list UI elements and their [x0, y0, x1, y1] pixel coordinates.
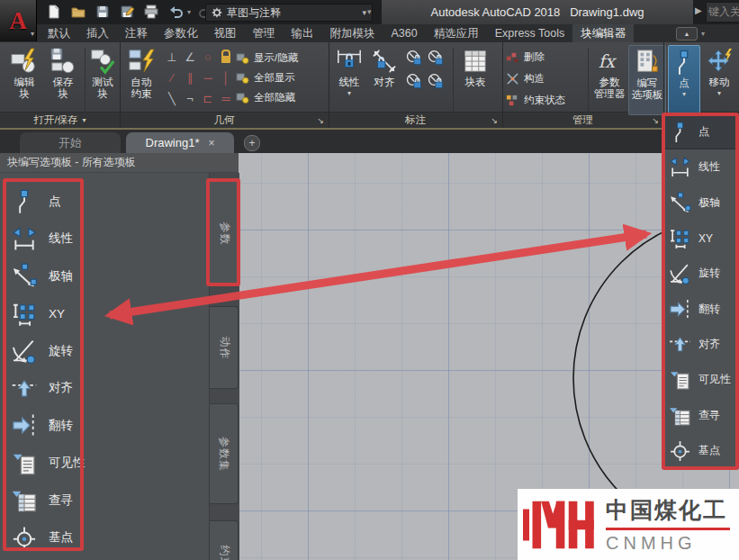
tab-add-ins[interactable]: 附加模块	[322, 24, 383, 42]
edit-block-button[interactable]: 编辑 块	[7, 45, 41, 113]
start-file-tab[interactable]: 开始	[20, 132, 121, 153]
symmetric-constraint-icon[interactable]: ¬	[181, 88, 199, 109]
tab-view[interactable]: 视图	[206, 24, 245, 42]
tab-default[interactable]: 默认	[40, 24, 78, 42]
constraint-status-button[interactable]: 约束状态	[506, 90, 565, 110]
tab-parametric[interactable]: 参数化	[156, 24, 206, 42]
plot-icon[interactable]	[142, 4, 160, 20]
workspace-switcher[interactable]: 草图与注释 ▾	[205, 4, 373, 22]
new-drawing-tab-button[interactable]: +	[244, 135, 260, 151]
drawing1-file-tab[interactable]: Drawing1* ×	[126, 132, 234, 153]
palette-item-point[interactable]: 点	[0, 183, 209, 221]
show-all-button[interactable]: 全部显示	[236, 68, 298, 87]
tab-manage[interactable]: 管理	[245, 24, 284, 42]
parallel-constraint-icon[interactable]: ∥	[181, 68, 199, 88]
right-palette-item-linear[interactable]: 线性	[664, 149, 739, 185]
horizontal-constraint-icon[interactable]: ─	[199, 68, 217, 88]
block-authoring-palette: 点 线性 极轴 XY 旋转	[0, 173, 209, 560]
right-palette-item-xy[interactable]: XY	[664, 221, 739, 256]
close-tab-icon[interactable]: ×	[208, 137, 214, 149]
concentric-constraint-icon[interactable]: ○	[199, 47, 217, 68]
undo-dropdown-icon[interactable]: ▾	[187, 8, 191, 16]
right-palette-item-polar[interactable]: 极轴	[664, 185, 739, 221]
coincident-constraint-icon[interactable]: ═	[217, 88, 235, 109]
undo-icon[interactable]	[167, 4, 185, 20]
fix-constraint-lock-icon[interactable]	[217, 47, 235, 68]
panel-launcher-icon[interactable]: ↘	[491, 116, 498, 125]
save-as-icon[interactable]	[118, 4, 136, 20]
linear-constraint-button[interactable]: 线性 ▾	[333, 45, 365, 113]
radial-constraint-icon[interactable]	[405, 50, 423, 68]
move-action-button[interactable]: 移动 ▾	[703, 45, 735, 113]
point-dropdown-icon[interactable]: ▾	[682, 90, 686, 98]
authoring-palettes-button[interactable]: 编写 选项板	[628, 45, 666, 115]
geometric-panel-label[interactable]: 几何 ↘	[120, 113, 329, 128]
palette-item-rotation[interactable]: 旋转	[0, 332, 209, 370]
collinear-constraint-icon[interactable]: ∕	[163, 68, 181, 88]
right-palette-item-rotation[interactable]: 旋转	[664, 256, 739, 291]
dimensional-panel-label[interactable]: 标注 ↘	[329, 113, 502, 128]
palette-item-polar[interactable]: 极轴	[0, 257, 209, 295]
angular-constraint-icon[interactable]	[405, 73, 423, 91]
construction-button[interactable]: 构造	[506, 68, 565, 88]
auto-constrain-button[interactable]: 自动 约束	[123, 45, 159, 113]
tab-block-editor[interactable]: 块编辑器	[572, 24, 634, 42]
vtab-parameter-sets[interactable]: 参数集	[210, 403, 239, 504]
open-file-icon[interactable]	[69, 4, 87, 20]
infocenter-search[interactable]: 键入关键	[706, 2, 739, 23]
test-block-button[interactable]: 测试 块	[87, 45, 118, 113]
palette-item-visibility[interactable]: 可见性	[0, 445, 209, 483]
open-save-panel-label[interactable]: 打开/保存 ▾	[0, 113, 120, 128]
palette-item-lookup[interactable]: 查寻	[0, 482, 209, 519]
palette-item-align[interactable]: 对齐	[0, 370, 209, 408]
palette-item-flip[interactable]: 翻转	[0, 407, 209, 445]
ribbon-collapse-dropdown-icon[interactable]: ▾	[701, 30, 705, 38]
right-palette-item-point[interactable]: 点	[664, 114, 739, 149]
ribbon-collapse-control[interactable]: ▲ ▾	[676, 27, 705, 41]
search-go-icon[interactable]: ▶	[695, 5, 702, 15]
delete-button[interactable]: 删除	[506, 47, 565, 67]
application-menu-button[interactable]: A ▾	[0, 0, 37, 41]
palette-item-linear[interactable]: 线性	[0, 221, 209, 258]
show-hide-button[interactable]: 显示/隐藏	[236, 48, 298, 68]
tab-express-tools[interactable]: Express Tools	[487, 24, 573, 42]
ribbon-collapse-icon[interactable]: ▲	[676, 27, 698, 41]
move-dropdown-icon[interactable]: ▾	[717, 89, 721, 97]
palette-item-xy[interactable]: XY	[0, 295, 209, 333]
right-palette-item-basepoint[interactable]: 基点	[664, 433, 739, 468]
convert-constraint-icon[interactable]	[427, 73, 445, 91]
parameter-manager-button[interactable]: 参数 管理器	[591, 45, 627, 113]
vtab-constraints[interactable]: 约束	[210, 520, 239, 560]
tab-output[interactable]: 输出	[284, 24, 322, 42]
manage-panel-label[interactable]: 管理 ↘	[502, 113, 663, 128]
point-parameter-button[interactable]: 点 ▾	[668, 45, 700, 115]
equal-constraint-icon[interactable]: ⊏	[199, 88, 217, 109]
tab-featured-apps[interactable]: 精选应用	[426, 24, 487, 42]
tangent-constraint-icon[interactable]: ∠	[181, 47, 199, 68]
new-file-icon[interactable]	[45, 4, 63, 20]
vtab-parameters[interactable]: 参数	[210, 180, 239, 286]
block-authoring-palette-titlebar[interactable]: 块编写选项板 - 所有选项板	[0, 153, 239, 173]
smooth-constraint-icon[interactable]: ╲	[163, 88, 181, 109]
hide-all-button[interactable]: 全部隐藏	[236, 87, 298, 107]
panel-launcher-icon[interactable]: ↘	[652, 116, 659, 125]
right-palette-item-align[interactable]: 对齐	[664, 327, 739, 362]
right-palette-item-lookup[interactable]: 查寻	[664, 397, 739, 432]
palette-item-basepoint[interactable]: 基点	[0, 519, 209, 557]
perpendicular-constraint-icon[interactable]: ⊥	[163, 47, 181, 68]
block-table-button[interactable]: 块表	[457, 45, 493, 113]
diameter-constraint-icon[interactable]	[427, 50, 445, 68]
save-icon[interactable]	[94, 4, 112, 20]
panel-launcher-icon[interactable]: ↘	[317, 116, 324, 125]
vtab-actions[interactable]: 动作	[210, 306, 239, 389]
right-palette-item-flip[interactable]: 翻转	[664, 291, 739, 326]
aligned-constraint-button[interactable]: 对齐	[368, 45, 401, 113]
tab-insert[interactable]: 插入	[78, 24, 117, 42]
right-palette-item-visibility[interactable]: 可见性	[664, 362, 739, 397]
tab-annotate[interactable]: 注释	[117, 24, 156, 42]
tab-a360[interactable]: A360	[383, 24, 426, 42]
qat-customize-dropdown-icon[interactable]: ▾	[367, 7, 372, 16]
vertical-constraint-icon[interactable]: │	[217, 68, 235, 88]
save-block-button[interactable]: 保存 块	[46, 45, 80, 113]
linear-dropdown-icon[interactable]: ▾	[347, 89, 351, 97]
